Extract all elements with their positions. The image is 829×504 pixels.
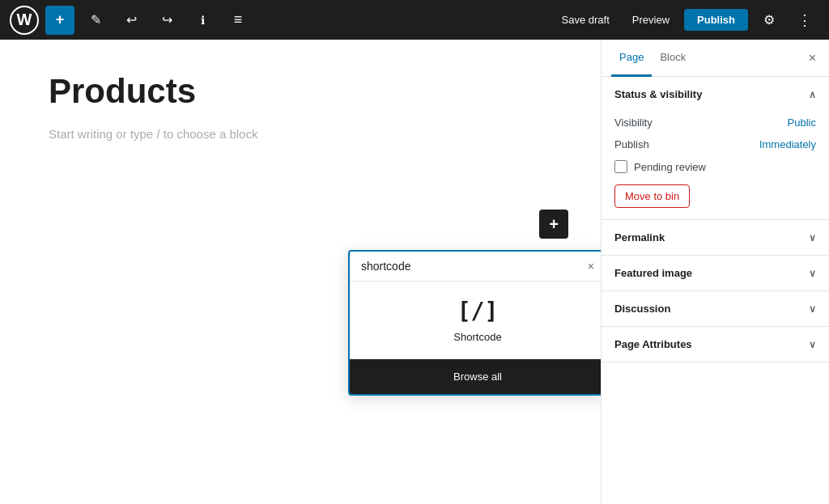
inline-add-block-button[interactable]: + <box>539 210 568 239</box>
page-attributes-title: Page Attributes <box>614 338 692 350</box>
redo-icon: ↪ <box>162 12 172 28</box>
list-view-button[interactable]: ≡ <box>223 6 253 35</box>
toolbar: W ✎ ↩ ↪ ℹ ≡ Save draft Preview Publish ⚙… <box>0 0 829 40</box>
block-search-clear-button[interactable]: × <box>585 258 597 274</box>
settings-button[interactable]: ⚙ <box>755 6 784 35</box>
sidebar: Page Block × Status & visibility ∧ Visib… <box>601 40 829 504</box>
more-options-button[interactable]: ⋮ <box>790 6 819 35</box>
featured-image-chevron: ∨ <box>809 268 816 279</box>
permalink-title: Permalink <box>614 231 665 244</box>
edit-mode-button[interactable]: ✎ <box>81 6 110 35</box>
visibility-label: Visibility <box>614 116 653 129</box>
block-search-input-wrap: × <box>350 252 601 282</box>
publish-row: Publish Immediately <box>614 133 816 155</box>
featured-image-title: Featured image <box>614 267 692 279</box>
pencil-icon: ✎ <box>91 12 101 28</box>
tab-block[interactable]: Block <box>652 40 694 77</box>
tab-page[interactable]: Page <box>611 40 652 77</box>
status-visibility-title: Status & visibility <box>614 88 702 100</box>
discussion-section: Discussion ∨ <box>602 291 829 327</box>
visibility-value[interactable]: Public <box>788 116 816 129</box>
plus-icon <box>56 11 65 28</box>
undo-button[interactable]: ↩ <box>117 6 146 35</box>
redo-button[interactable]: ↪ <box>152 6 181 35</box>
page-attributes-chevron: ∨ <box>809 339 816 350</box>
publish-button[interactable]: Publish <box>684 9 748 31</box>
featured-image-header[interactable]: Featured image ∨ <box>602 256 829 290</box>
browse-all-button[interactable]: Browse all <box>350 359 601 394</box>
inline-plus-icon: + <box>549 215 559 234</box>
move-to-bin-button[interactable]: Move to bin <box>614 184 690 208</box>
page-attributes-header[interactable]: Page Attributes ∨ <box>602 327 829 362</box>
shortcode-block-icon: [/] <box>457 298 499 324</box>
block-search-input[interactable] <box>358 256 585 276</box>
editor-placeholder: Start writing or type / to choose a bloc… <box>49 127 552 141</box>
undo-icon: ↩ <box>126 12 137 28</box>
shortcode-block-label: Shortcode <box>453 331 501 343</box>
save-draft-button[interactable]: Save draft <box>554 9 618 31</box>
pending-review-checkbox[interactable] <box>614 160 627 173</box>
status-visibility-chevron: ∧ <box>809 89 816 100</box>
status-visibility-section: Status & visibility ∧ Visibility Public … <box>602 77 829 220</box>
info-button[interactable]: ℹ <box>188 6 217 35</box>
permalink-section: Permalink ∨ <box>602 220 829 256</box>
publish-row-value[interactable]: Immediately <box>759 138 816 150</box>
pending-review-label: Pending review <box>634 161 706 173</box>
status-visibility-body: Visibility Public Publish Immediately Pe… <box>602 112 829 219</box>
preview-button[interactable]: Preview <box>624 9 678 31</box>
featured-image-section: Featured image ∨ <box>602 256 829 291</box>
discussion-title: Discussion <box>614 303 670 315</box>
info-icon: ℹ <box>201 14 205 27</box>
page-attributes-section: Page Attributes ∨ <box>602 327 829 362</box>
page-title[interactable]: Products <box>49 72 552 111</box>
main-layout: Products Start writing or type / to choo… <box>0 40 829 504</box>
gear-icon: ⚙ <box>763 12 775 28</box>
sidebar-tabs: Page Block × <box>602 40 829 77</box>
more-icon: ⋮ <box>797 11 812 29</box>
permalink-chevron: ∨ <box>809 232 816 244</box>
visibility-row: Visibility Public <box>614 112 816 133</box>
editor-area: Products Start writing or type / to choo… <box>0 40 601 504</box>
pending-review-row: Pending review <box>614 155 816 178</box>
discussion-chevron: ∨ <box>809 303 816 315</box>
permalink-header[interactable]: Permalink ∨ <box>602 220 829 255</box>
discussion-header[interactable]: Discussion ∨ <box>602 291 829 326</box>
add-block-button[interactable] <box>45 6 74 35</box>
wp-logo[interactable]: W <box>10 6 39 35</box>
block-result-shortcode[interactable]: [/] Shortcode <box>350 282 601 359</box>
block-search-popup: × [/] Shortcode Browse all <box>348 250 601 396</box>
publish-row-label: Publish <box>614 138 649 150</box>
list-icon: ≡ <box>234 11 243 28</box>
sidebar-close-button[interactable]: × <box>806 48 819 69</box>
status-visibility-header[interactable]: Status & visibility ∧ <box>602 77 829 112</box>
